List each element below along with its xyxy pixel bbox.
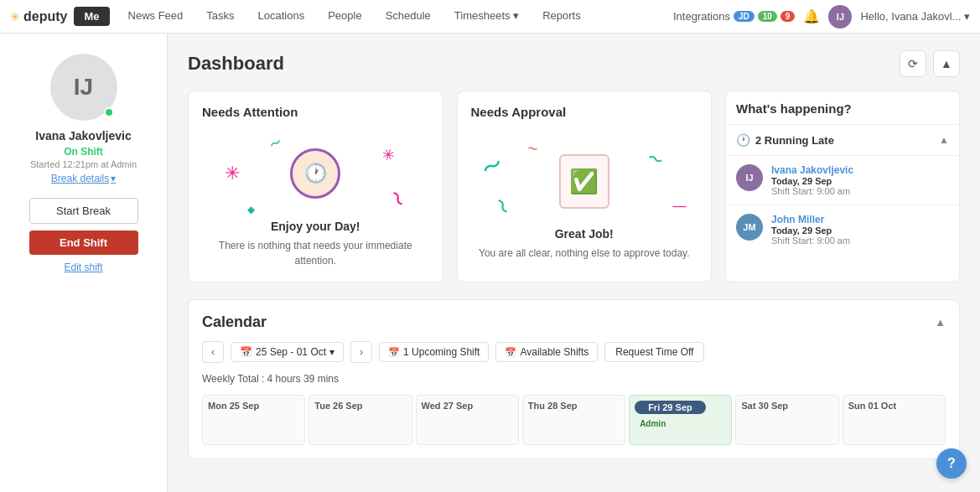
me-button[interactable]: Me [74,7,109,26]
nav-link-newsfeed[interactable]: News Feed [117,0,195,34]
user-avatar-small[interactable]: IJ [828,5,852,28]
calendar-day-sat: Sat 30 Sep [735,395,838,445]
calendar-day-tue: Tue 26 Sep [309,395,412,445]
nav-links: News Feed Tasks Locations People Schedul… [117,0,673,34]
nav-right: Integrations JD 10 9 🔔 IJ Hello, Ivana J… [673,5,970,28]
needs-attention-title: Needs Attention [202,105,298,119]
whats-happening-header: What's happening? [726,101,959,125]
avatar-initials: IJ [74,74,93,101]
dashboard-sections-row: Needs Attention ✳ 〜 🕐 ✳ ◆ [188,91,960,282]
person-shift-2: Shift Start: 9:00 am [771,236,850,246]
collapse-dashboard-button[interactable]: ▲ [933,50,960,77]
calendar-collapse-button[interactable]: ▲ [935,316,946,329]
shift-started-text: Started 12:21pm at Admin [30,159,137,169]
needs-approval-body: 〜 ∼ ✅ 〜 — 〜 Great Job! You are all clear… [471,127,698,268]
top-navigation: ✳ deputy Me News Feed Tasks Locations Pe… [0,0,980,34]
start-break-button[interactable]: Start Break [29,198,138,224]
running-late-person-2: JM John Miller Today, 29 Sep Shift Start… [726,205,959,254]
user-initials-small: IJ [837,12,844,22]
needs-attention-text: There is nothing that needs your immedia… [202,238,429,268]
needs-attention-illustration: ✳ 〜 🕐 ✳ ◆ 〜 [202,127,429,220]
available-shifts-icon: 📅 [505,347,516,358]
person-avatar-jm: JM [736,214,763,241]
dashboard-header: Dashboard ⟳ ▲ [188,50,960,77]
refresh-button[interactable]: ⟳ [900,50,926,77]
calendar-toolbar: ‹ 📅 25 Sep - 01 Oct ▾ › 📅 1 Upcoming Shi… [202,341,946,363]
calendar-section: Calendar ▲ ‹ 📅 25 Sep - 01 Oct ▾ › 📅 1 U… [188,299,960,459]
person-date-2: Today, 29 Sep [771,225,850,236]
needs-approval-heading: Great Job! [555,227,614,241]
nav-link-reports[interactable]: Reports [531,0,593,34]
shift-status: On Shift [64,146,103,158]
nav-link-schedule[interactable]: Schedule [374,0,443,34]
calendar-day-sun: Sun 01 Oct [843,395,946,445]
main-content: Dashboard ⟳ ▲ Needs Attention ✳ 〜 [168,34,980,492]
whats-happening-title: What's happening? [736,101,852,116]
help-button[interactable]: ? [936,448,967,479]
badge-jd: JD [734,11,754,22]
edit-shift-link[interactable]: Edit shift [64,262,102,273]
calendar-day-wed: Wed 27 Sep [416,395,519,445]
needs-attention-heading: Enjoy your Day! [271,220,360,233]
end-shift-button[interactable]: End Shift [29,230,138,255]
calendar-prev-button[interactable]: ‹ [202,341,224,363]
main-layout: IJ Ivana Jakovljevic On Shift Started 12… [0,34,980,492]
hello-user-label[interactable]: Hello, Ivana Jakovl... ▾ [860,10,970,23]
nav-link-tasks[interactable]: Tasks [194,0,246,34]
online-indicator [104,107,114,117]
logo-icon: ✳ [10,10,20,23]
logo[interactable]: ✳ deputy [10,9,67,24]
needs-approval-title: Needs Approval [471,105,567,119]
available-shifts-label: Available Shifts [520,346,589,358]
logo-text: deputy [23,9,67,24]
calendar-header: Calendar ▲ [202,313,946,331]
help-icon: ? [947,456,956,471]
needs-attention-card: Needs Attention ✳ 〜 🕐 ✳ ◆ [188,91,443,282]
upcoming-shifts-icon: 📅 [388,347,400,358]
calendar-next-button[interactable]: › [350,341,372,363]
sidebar: IJ Ivana Jakovljevic On Shift Started 12… [0,34,168,492]
calendar-day-fri-today: Fri 29 Sep Admin [629,395,732,445]
upcoming-shifts-label: 1 Upcoming Shift [403,346,480,358]
day-label-sat: Sat 30 Sep [741,401,832,411]
person-name-1[interactable]: Ivana Jakovljevic [771,164,853,176]
user-name: Ivana Jakovljevic [35,129,131,142]
calendar-day-mon: Mon 25 Sep [202,395,305,445]
sidebar-action-buttons: Start Break End Shift [13,198,153,255]
break-details-link[interactable]: Break details ▾ [51,173,116,184]
day-label-sun: Sun 01 Oct [848,401,940,411]
dashboard-actions: ⟳ ▲ [900,50,960,77]
available-shifts-chip[interactable]: 📅 Available Shifts [495,342,598,362]
needs-approval-card: Needs Approval 〜 ∼ ✅ 〜 — 〜 Great Job! Yo… [457,91,713,282]
integrations-label: Integrations [673,10,730,23]
dashboard-title: Dashboard [188,53,284,75]
calendar-grid: Mon 25 Sep Tue 26 Sep Wed 27 Sep Thu 28 … [202,395,946,445]
request-time-off-button[interactable]: Request Time Off [604,342,704,362]
day-label-wed: Wed 27 Sep [422,401,513,411]
upcoming-shifts-chip[interactable]: 📅 1 Upcoming Shift [379,342,489,362]
calendar-date-range[interactable]: 📅 25 Sep - 01 Oct ▾ [231,342,344,362]
running-late-person-1: IJ Ivana Jakovljevic Today, 29 Sep Shift… [726,156,959,205]
nav-link-locations[interactable]: Locations [246,0,317,34]
admin-shift-badge: Admin [635,417,726,430]
person-avatar-ij: IJ [736,164,763,191]
notification-bell-icon[interactable]: 🔔 [803,8,820,24]
badge-count-red: 9 [780,11,796,22]
person-name-2[interactable]: John Miller [771,214,850,225]
integrations-button[interactable]: Integrations JD 10 9 [673,10,795,23]
calendar-icon: 📅 [240,346,252,358]
whats-happening-panel: What's happening? 🕐 2 Running Late ▲ IJ … [725,91,960,282]
person-shift-1: Shift Start: 9:00 am [771,186,853,196]
needs-attention-body: ✳ 〜 🕐 ✳ ◆ 〜 Enjoy your Day! There is not… [202,127,429,268]
needs-approval-illustration: 〜 ∼ ✅ 〜 — 〜 [471,135,698,227]
calendar-title: Calendar [202,313,267,331]
calendar-day-thu: Thu 28 Sep [522,395,625,445]
nav-link-people[interactable]: People [316,0,373,34]
nav-link-timesheets[interactable]: Timesheets ▾ [443,0,531,34]
running-late-collapse-button[interactable]: ▲ [939,134,949,146]
person-date-1: Today, 29 Sep [771,176,853,186]
day-label-tue: Tue 26 Sep [314,401,406,411]
weekly-total-label: Weekly Total : 4 hours 39 mins [202,373,946,385]
running-late-label: 2 Running Late [755,134,834,147]
running-late-row: 🕐 2 Running Late ▲ [726,125,959,156]
